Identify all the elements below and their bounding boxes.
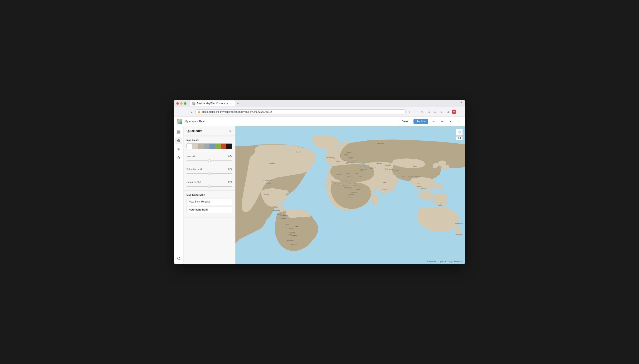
search-url-button[interactable]: ⌕ bbox=[407, 110, 412, 114]
label-papua: Papua New bbox=[437, 203, 442, 204]
url-actions: ⌕ ↑ ☆ ⬡ ⊟ ↓ ⊡ U ⋮ bbox=[407, 110, 463, 114]
lightness-shift-track bbox=[186, 186, 232, 187]
swatch-6[interactable] bbox=[221, 144, 226, 149]
label-guyana: Guyana bbox=[281, 218, 286, 219]
swatch-3[interactable] bbox=[204, 144, 210, 149]
label-mauritania: Mauritania bbox=[335, 178, 340, 180]
hue-shift-label: Hue shift bbox=[186, 155, 196, 158]
split-view-button[interactable]: ⊟ bbox=[433, 110, 437, 114]
window-button[interactable]: ⊡ bbox=[445, 110, 450, 114]
svg-text:?: ? bbox=[178, 258, 179, 260]
font-bold-item[interactable]: Noto Sans Bold bbox=[186, 206, 232, 213]
label-hongkong: Hong Kong bbox=[414, 176, 420, 177]
swatch-0[interactable] bbox=[187, 144, 192, 149]
close-traffic-light[interactable] bbox=[176, 102, 179, 105]
label-yemen: Yemen bbox=[362, 171, 365, 172]
share-button[interactable]: ↑ bbox=[414, 110, 418, 114]
app-logo bbox=[177, 119, 182, 124]
label-ukraine: Ukraine bbox=[350, 157, 354, 158]
url-field[interactable]: 🔒 cloud.maptiler.com/maps/editor?map=bas… bbox=[195, 109, 406, 114]
label-kenya: Kenya bbox=[359, 186, 362, 188]
font-regular-item[interactable]: Noto Sans Regular bbox=[186, 198, 232, 205]
new-tab-button[interactable]: + bbox=[236, 101, 240, 106]
saturation-shift-thumb[interactable] bbox=[208, 172, 211, 175]
label-india: India bbox=[383, 182, 386, 183]
saturation-shift-slider[interactable] bbox=[186, 173, 232, 174]
hue-shift-thumb[interactable] bbox=[208, 160, 211, 162]
label-brazil: Brazil bbox=[294, 226, 298, 228]
sidebar-icon-style[interactable] bbox=[175, 154, 182, 161]
app-content: My maps / Basic Save Publish ← → ≡ × bbox=[174, 116, 465, 264]
label-chile: Chile bbox=[288, 234, 292, 235]
label-cuba: Cuba bbox=[274, 207, 278, 208]
label-guatemala: Guatemala bbox=[272, 210, 280, 211]
swatch-5[interactable] bbox=[215, 144, 221, 149]
breadcrumb-separator: / bbox=[197, 120, 198, 123]
breadcrumb-parent[interactable]: My maps bbox=[185, 120, 196, 123]
swatch-4[interactable] bbox=[210, 144, 215, 149]
map-colors-label: Map Colors bbox=[186, 139, 232, 141]
label-greenland: Greenland bbox=[377, 142, 384, 144]
sidebar-icons: ? bbox=[174, 126, 184, 264]
active-tab[interactable]: Basic – MapTiler Customize × bbox=[190, 100, 235, 106]
label-argentina: Argentina bbox=[286, 240, 293, 241]
window-maximize-icon[interactable]: ⌃ bbox=[460, 102, 463, 105]
color-swatches[interactable] bbox=[186, 143, 232, 149]
label-indonesia: Indonesia bbox=[421, 188, 426, 189]
save-button[interactable]: Save bbox=[399, 119, 411, 124]
map-typography-label: Map Typography bbox=[186, 194, 232, 196]
download-button[interactable]: ↓ bbox=[439, 110, 444, 114]
title-bar: Basic – MapTiler Customize × + ⌃ bbox=[174, 100, 465, 107]
swatch-7[interactable] bbox=[226, 144, 232, 149]
sidebar-icon-quick-edits[interactable] bbox=[175, 137, 182, 144]
label-eritrea: Eritrea bbox=[354, 183, 358, 184]
label-france: France bbox=[336, 161, 340, 162]
label-turkmenistan: Turkmenistan bbox=[385, 168, 394, 170]
map-area[interactable]: Greenland Iceland Canada United States o… bbox=[236, 126, 465, 264]
quick-edits-panel: Quick edits × Map Colors bbox=[184, 126, 236, 264]
profile-avatar[interactable]: U bbox=[452, 110, 456, 114]
panel-close-button[interactable]: × bbox=[228, 129, 232, 133]
bookmark-button[interactable]: ☆ bbox=[420, 110, 425, 114]
label-panama: Panama bbox=[277, 214, 281, 215]
breadcrumb-current: Basic bbox=[199, 120, 206, 123]
map-history-button[interactable]: 🕐 bbox=[456, 129, 463, 136]
maximize-traffic-light[interactable] bbox=[184, 102, 186, 105]
tab-close-button[interactable]: × bbox=[229, 102, 232, 105]
sidebar-icon-help[interactable]: ? bbox=[175, 255, 182, 262]
sidebar-icon-sliders[interactable] bbox=[175, 146, 182, 152]
label-newzealand: New Zealand bbox=[456, 234, 462, 235]
header-back-button[interactable]: ← bbox=[430, 118, 436, 124]
extension-button[interactable]: ⬡ bbox=[426, 110, 431, 114]
lock-icon: 🔒 bbox=[198, 110, 200, 113]
swatch-1[interactable] bbox=[192, 144, 198, 149]
label-algeria: Algeria bbox=[346, 173, 350, 174]
back-button[interactable]: ‹ bbox=[176, 110, 181, 114]
hue-shift-slider[interactable] bbox=[186, 160, 232, 161]
header-close-button[interactable]: × bbox=[456, 118, 462, 124]
minimize-traffic-light[interactable] bbox=[180, 102, 183, 105]
label-turkey: Türkiye bbox=[366, 164, 369, 166]
label-finland: Finland bbox=[347, 152, 351, 153]
tab-title: Basic – MapTiler Customize bbox=[196, 102, 228, 105]
swatch-2[interactable] bbox=[198, 144, 204, 149]
url-text: cloud.maptiler.com/maps/editor?map=basic… bbox=[202, 110, 272, 114]
forward-button[interactable]: › bbox=[183, 110, 187, 114]
label-usa2: of America bbox=[264, 182, 271, 184]
label-burkina: Burkina Faso bbox=[338, 183, 344, 184]
lightness-shift-thumb[interactable] bbox=[208, 185, 211, 188]
label-malaysia: Malaysia bbox=[417, 186, 422, 187]
browser-menu-button[interactable]: ⋮ bbox=[458, 110, 463, 114]
publish-button[interactable]: Publish bbox=[414, 119, 428, 124]
sidebar-icon-layers[interactable] bbox=[175, 129, 182, 136]
map-controls: 🕐 1.4 bbox=[456, 129, 463, 140]
header-forward-button[interactable]: → bbox=[439, 118, 445, 124]
refresh-button[interactable]: ↻ bbox=[189, 110, 194, 114]
label-iceland: Iceland bbox=[296, 151, 300, 153]
map-colors-section: Map Colors bbox=[184, 136, 235, 152]
saturation-shift-value: 0 % bbox=[228, 168, 232, 170]
lightness-shift-slider[interactable] bbox=[186, 186, 232, 187]
world-map-svg: Greenland Iceland Canada United States o… bbox=[236, 126, 465, 264]
map-zoom-level: 1.4 bbox=[456, 136, 463, 140]
header-menu-button[interactable]: ≡ bbox=[448, 118, 454, 124]
